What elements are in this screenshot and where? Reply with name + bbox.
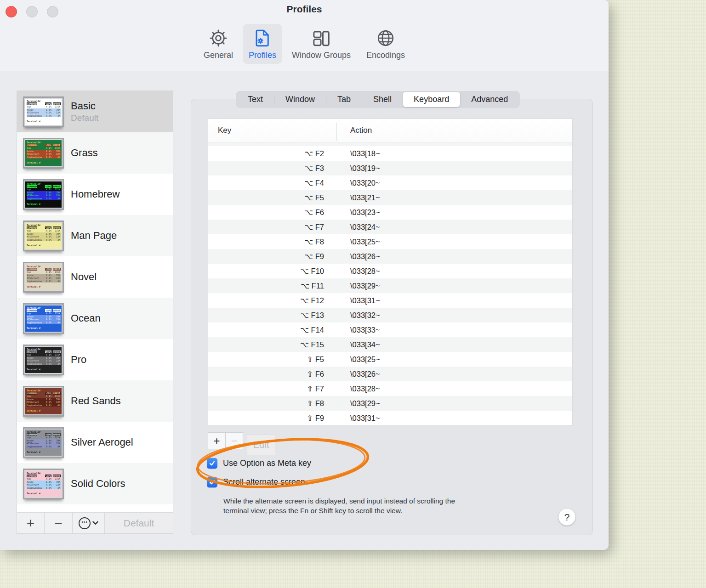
toolbar-item-label: Encodings	[366, 51, 405, 60]
keymap-row[interactable]: ⇧ F8\033[29~	[208, 396, 572, 411]
ellipsis-circle-icon: •••	[79, 517, 91, 529]
keymap-row[interactable]: ⇧ F5\033[25~	[208, 352, 572, 367]
toolbar-items: General Profiles	[0, 24, 609, 64]
add-key-button[interactable]: +	[208, 432, 226, 449]
edit-key-button[interactable]: Edit	[247, 435, 275, 455]
profile-row-grass[interactable]: Terminal3#COMMAND%CPURPRVTtop4.1%231KXco…	[17, 132, 173, 174]
profile-row-man-page[interactable]: Terminal3#COMMAND%CPURPRVTtop4.1%231KXco…	[17, 215, 173, 256]
key-cell: ⌥ F13	[208, 311, 336, 320]
keymap-buttons: + − Edit	[208, 432, 243, 449]
profile-row-ocean[interactable]: Terminal3#COMMAND%CPURPRVTtop4.1%231KXco…	[17, 298, 173, 339]
toolbar-item-label: General	[204, 51, 233, 60]
keymap-table-header: Key Action	[208, 119, 572, 142]
remove-profile-button[interactable]: −	[45, 513, 73, 533]
keymap-row[interactable]: ⌥ F15\033[34~	[208, 337, 572, 352]
globe-icon	[376, 28, 396, 48]
column-header-action: Action	[336, 126, 572, 135]
checkmark-icon	[209, 479, 216, 486]
action-cell: \033[24~	[336, 223, 572, 232]
key-cell: ⌥ F2	[208, 149, 336, 158]
profile-thumbnail: Terminal3#COMMAND%CPURPRVTtop4.1%231KXco…	[23, 345, 64, 375]
profile-row-basic[interactable]: Terminal3#COMMAND%CPURPRVTtop4.1%231KXco…	[17, 91, 173, 132]
keymap-row[interactable]: ⌥ F7\033[24~	[208, 220, 572, 234]
partial-row	[208, 142, 572, 146]
keymap-row[interactable]: ⌥ F14\033[33~	[208, 322, 572, 337]
tab-tab[interactable]: Tab	[326, 92, 362, 107]
keymap-row[interactable]: ⌥ F6\033[23~	[208, 205, 572, 220]
keymap-row[interactable]: ⌥ F11\033[29~	[208, 278, 572, 293]
tab-window[interactable]: Window	[274, 92, 326, 107]
toolbar-item-encodings[interactable]: Encodings	[360, 24, 411, 64]
keymap-row[interactable]: ⇧ F6\033[26~	[208, 367, 572, 381]
toolbar-item-label: Window Groups	[292, 51, 351, 60]
checkbox-label: Use Option as Meta key	[223, 458, 311, 468]
profile-thumbnail: Terminal3#COMMAND%CPURPRVTtop4.1%231KXco…	[23, 179, 64, 210]
keymap-row[interactable]: ⇧ F7\033[28~	[208, 381, 572, 396]
chevron-down-icon	[92, 521, 98, 525]
profile-row-silver-aerogel[interactable]: Terminal3#COMMAND%CPURPRVTtop4.1%231KXco…	[17, 422, 173, 463]
key-cell: ⌥ F12	[208, 296, 336, 305]
remove-key-button[interactable]: −	[225, 432, 243, 449]
keymap-row[interactable]: ⌥ F5\033[21~	[208, 190, 572, 205]
keymap-row[interactable]: ⌥ F4\033[20~	[208, 175, 572, 190]
toolbar-item-general[interactable]: General	[198, 24, 239, 64]
key-cell: ⌥ F10	[208, 267, 336, 276]
keymap-row[interactable]: ⌥ F3\033[19~	[208, 161, 572, 175]
keymap-row[interactable]: ⇧ F9\033[31~	[208, 411, 572, 425]
action-cell: \033[21~	[336, 193, 572, 202]
desktop: Profiles General	[0, 0, 706, 588]
profile-name: Novel	[71, 271, 97, 283]
use-option-as-meta-checkbox[interactable]	[207, 458, 217, 469]
document-gear-icon	[252, 28, 273, 48]
help-button[interactable]: ?	[558, 509, 575, 526]
keymap-row[interactable]: ⌥ F10\033[28~	[208, 264, 572, 278]
keymap-row[interactable]: ⌥ F12\033[31~	[208, 293, 572, 308]
key-cell: ⇧ F9	[208, 414, 336, 423]
profile-thumbnail: Terminal3#COMMAND%CPURPRVTtop4.1%231KXco…	[23, 386, 64, 417]
profile-row-pro[interactable]: Terminal3#COMMAND%CPURPRVTtop4.1%231KXco…	[17, 339, 173, 380]
add-profile-button[interactable]: +	[17, 513, 45, 533]
profile-name: Red Sands	[71, 395, 121, 407]
key-cell: ⇧ F5	[208, 355, 336, 364]
keymap-row[interactable]: ⌥ F9\033[26~	[208, 249, 572, 264]
keymap-row[interactable]: ⌥ F13\033[32~	[208, 308, 572, 322]
action-cell: \033[26~	[336, 252, 572, 261]
action-cell: \033[23~	[336, 208, 572, 217]
window-groups-icon	[311, 28, 331, 48]
tab-text[interactable]: Text	[237, 92, 274, 107]
keymap-row[interactable]: ⌥ F8\033[25~	[208, 234, 572, 249]
tab-shell[interactable]: Shell	[362, 92, 403, 107]
profile-name: Basic	[71, 100, 98, 112]
tab-advanced[interactable]: Advanced	[460, 92, 519, 107]
column-header-key: Key	[208, 126, 336, 135]
key-cell: ⌥ F9	[208, 252, 336, 261]
action-cell: \033[33~	[336, 326, 572, 334]
scroll-alternate-checkbox-row: Scroll alternate screen	[207, 477, 305, 487]
key-cell: ⌥ F11	[208, 282, 336, 290]
profile-name: Man Page	[71, 230, 117, 242]
key-cell: ⌥ F15	[208, 340, 336, 349]
checkbox-label: Scroll alternate screen	[223, 477, 305, 487]
action-cell: \033[18~	[336, 149, 572, 158]
profile-actions-button[interactable]: •••	[73, 513, 105, 533]
default-button[interactable]: Default	[105, 513, 173, 533]
action-cell: \033[31~	[336, 414, 572, 423]
window-title: Profiles	[0, 4, 609, 15]
action-cell: \033[20~	[336, 179, 572, 187]
checkmark-icon	[209, 460, 216, 467]
tab-keyboard[interactable]: Keyboard	[403, 92, 460, 107]
toolbar: Profiles General	[0, 0, 609, 71]
option-meta-checkbox-row: Use Option as Meta key	[207, 458, 311, 469]
profile-name: Solid Colors	[71, 478, 125, 490]
keymap-row[interactable]: ⌥ F2\033[18~	[208, 146, 572, 161]
key-cell: ⌥ F7	[208, 223, 336, 232]
scroll-alternate-screen-checkbox[interactable]	[207, 477, 217, 487]
profile-row-red-sands[interactable]: Terminal3#COMMAND%CPURPRVTtop4.1%231KXco…	[17, 380, 173, 422]
profile-row-homebrew[interactable]: Terminal3#COMMAND%CPURPRVTtop4.1%231KXco…	[17, 174, 173, 215]
action-cell: \033[28~	[336, 267, 572, 276]
toolbar-item-profiles[interactable]: Profiles	[243, 24, 282, 64]
profile-row-solid-colors[interactable]: Terminal3#COMMAND%CPURPRVTtop4.1%231KXco…	[17, 463, 173, 504]
profile-row-novel[interactable]: Terminal3#COMMAND%CPURPRVTtop4.1%231KXco…	[17, 256, 173, 298]
toolbar-item-window-groups[interactable]: Window Groups	[286, 24, 357, 64]
profile-name: Homebrew	[71, 188, 120, 200]
